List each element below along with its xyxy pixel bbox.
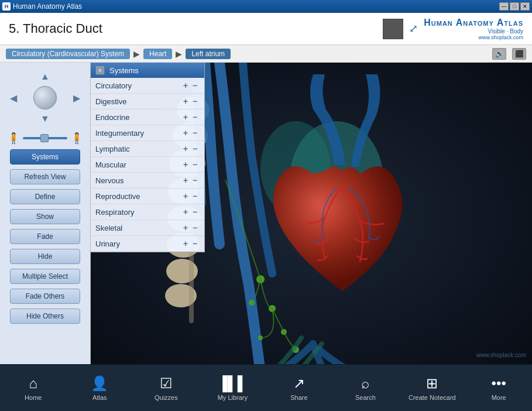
nav-item-home[interactable]: ⌂ Home — [10, 375, 57, 401]
define-button[interactable]: Define — [10, 189, 80, 204]
minimize-button[interactable]: — — [499, 2, 509, 11]
opacity-slider-thumb[interactable] — [40, 134, 49, 142]
system-name: Integumentary — [95, 129, 181, 138]
nav-icon-create-notecard: ⊞ — [426, 375, 438, 392]
system-minus-icon[interactable]: − — [190, 207, 200, 217]
system-row[interactable]: Integumentary + − — [91, 125, 204, 141]
top-right: ⤢ Human Anatomy Atlas Visible · Body www… — [383, 18, 523, 40]
system-row[interactable]: Muscular + − — [91, 157, 204, 173]
systems-button[interactable]: Systems — [10, 149, 80, 165]
system-row[interactable]: Circulatory + − — [91, 78, 204, 94]
nav-down-button[interactable]: ▼ — [40, 114, 50, 124]
nav-item-quizzes[interactable]: ☑ Quizzes — [143, 375, 190, 401]
nav-icon-my-library: ▐▌▌ — [218, 375, 248, 392]
system-minus-icon[interactable]: − — [190, 176, 200, 185]
system-minus-icon[interactable]: − — [190, 191, 200, 201]
nav-item-my-library[interactable]: ▐▌▌ My Library — [209, 375, 256, 401]
nav-item-share[interactable]: ↗ Share — [276, 375, 322, 401]
multiple-select-button[interactable]: Multiple Select — [10, 269, 80, 284]
system-row[interactable]: Skeletal + − — [91, 220, 204, 236]
title-bar: H Human Anatomy Atlas — □ ✕ — [0, 0, 532, 13]
nav-center-button[interactable] — [33, 86, 57, 109]
system-minus-icon[interactable]: − — [190, 223, 200, 232]
nav-item-atlas[interactable]: 👤 Atlas — [76, 375, 123, 401]
close-button[interactable]: ✕ — [520, 2, 530, 11]
system-plus-icon[interactable]: + — [181, 160, 190, 169]
sound-icon[interactable]: 🔊 — [492, 48, 506, 60]
system-name: Digestive — [95, 97, 181, 106]
nav-item-more[interactable]: ••• More — [475, 375, 522, 401]
system-minus-icon[interactable]: − — [190, 81, 200, 90]
site-watermark: www.shoplack.com — [476, 352, 526, 358]
maximize-button[interactable]: □ — [510, 2, 519, 11]
system-plus-icon[interactable]: + — [181, 97, 190, 106]
nav-item-create-notecard[interactable]: ⊞ Create Notecard — [409, 375, 456, 401]
system-row[interactable]: Digestive + − — [91, 94, 204, 109]
system-name: Urinary — [95, 239, 181, 248]
fullscreen-icon[interactable]: ⬛ — [512, 48, 526, 60]
expand-icon[interactable]: ⤢ — [409, 22, 418, 35]
figure-slider: 🧍 🧍 — [7, 132, 83, 145]
watermark: www.shoplack.com — [424, 35, 523, 40]
system-minus-icon[interactable]: − — [190, 128, 200, 138]
nav-icon-atlas: 👤 — [91, 375, 108, 392]
left-panel: ▲ ◀ ▶ ▼ 🧍 🧍 Systems Refresh View Define … — [0, 63, 91, 364]
3d-view-area[interactable]: × Systems Circulatory + − Digestive + − … — [91, 63, 532, 364]
system-plus-icon[interactable]: + — [181, 144, 190, 153]
nav-icon-search: ⌕ — [361, 375, 369, 392]
fade-button[interactable]: Fade — [10, 229, 80, 244]
system-name: Nervous — [95, 176, 181, 185]
figure-small-icon: 🧍 — [7, 132, 20, 145]
nav-item-search[interactable]: ⌕ Search — [342, 375, 389, 401]
title-bar-controls[interactable]: — □ ✕ — [499, 2, 530, 11]
bottom-nav: ⌂ Home 👤 Atlas ☑ Quizzes ▐▌▌ My Library … — [0, 364, 532, 411]
system-plus-icon[interactable]: + — [181, 176, 190, 185]
show-button[interactable]: Show — [10, 209, 80, 224]
breadcrumb-circulatory[interactable]: Circulatory (Cardiovascular) System — [6, 49, 130, 59]
nav-icon-home: ⌂ — [29, 375, 38, 392]
system-minus-icon[interactable]: − — [190, 97, 200, 106]
breadcrumb-leftatrium[interactable]: Left atrium — [186, 49, 231, 59]
app-icon: H — [2, 2, 11, 11]
system-row[interactable]: Lymphatic + − — [91, 141, 204, 157]
system-plus-icon[interactable]: + — [181, 207, 190, 217]
atlas-logo-title: Human Anatomy Atlas — [424, 18, 523, 28]
system-row[interactable]: Respiratory + − — [91, 204, 204, 220]
thumbnail — [383, 19, 403, 39]
systems-close-button[interactable]: × — [95, 66, 105, 75]
atlas-logo-subtitle: Visible · Body — [424, 28, 523, 35]
system-row[interactable]: Nervous + − — [91, 173, 204, 189]
nav-up-button[interactable]: ▲ — [40, 71, 50, 82]
nav-right-button[interactable]: ▶ — [73, 93, 80, 104]
hide-others-button[interactable]: Hide Others — [10, 309, 80, 324]
system-minus-icon[interactable]: − — [190, 239, 200, 248]
nav-icon-more: ••• — [492, 375, 506, 392]
system-name: Reproductive — [95, 192, 181, 201]
breadcrumb-heart[interactable]: Heart — [143, 49, 172, 59]
system-row[interactable]: Endocrine + − — [91, 109, 204, 125]
main-container: 5. Thoracic Duct ⤢ Human Anatomy Atlas V… — [0, 13, 532, 411]
opacity-slider-track[interactable] — [23, 137, 67, 139]
system-plus-icon[interactable]: + — [181, 223, 190, 232]
system-plus-icon[interactable]: + — [181, 128, 190, 138]
system-minus-icon[interactable]: − — [190, 144, 200, 153]
system-row[interactable]: Reproductive + − — [91, 189, 204, 204]
nav-left-button[interactable]: ◀ — [10, 93, 17, 104]
system-plus-icon[interactable]: + — [181, 112, 190, 122]
app-title: Human Anatomy Atlas — [13, 2, 82, 11]
system-plus-icon[interactable]: + — [181, 239, 190, 248]
system-row[interactable]: Urinary + − — [91, 236, 204, 252]
nav-control: ▲ ◀ ▶ ▼ — [7, 68, 83, 127]
top-bar: 5. Thoracic Duct ⤢ Human Anatomy Atlas V… — [0, 13, 532, 45]
system-plus-icon[interactable]: + — [181, 191, 190, 201]
refresh-view-button[interactable]: Refresh View — [10, 169, 80, 184]
fade-others-button[interactable]: Fade Others — [10, 289, 80, 304]
system-minus-icon[interactable]: − — [190, 160, 200, 169]
system-minus-icon[interactable]: − — [190, 112, 200, 122]
nav-label-my-library: My Library — [218, 394, 248, 401]
system-plus-icon[interactable]: + — [181, 81, 190, 90]
systems-panel-title: Systems — [109, 66, 139, 75]
hide-button[interactable]: Hide — [10, 249, 80, 264]
system-name: Lymphatic — [95, 145, 181, 153]
figure-large-icon: 🧍 — [70, 132, 83, 145]
